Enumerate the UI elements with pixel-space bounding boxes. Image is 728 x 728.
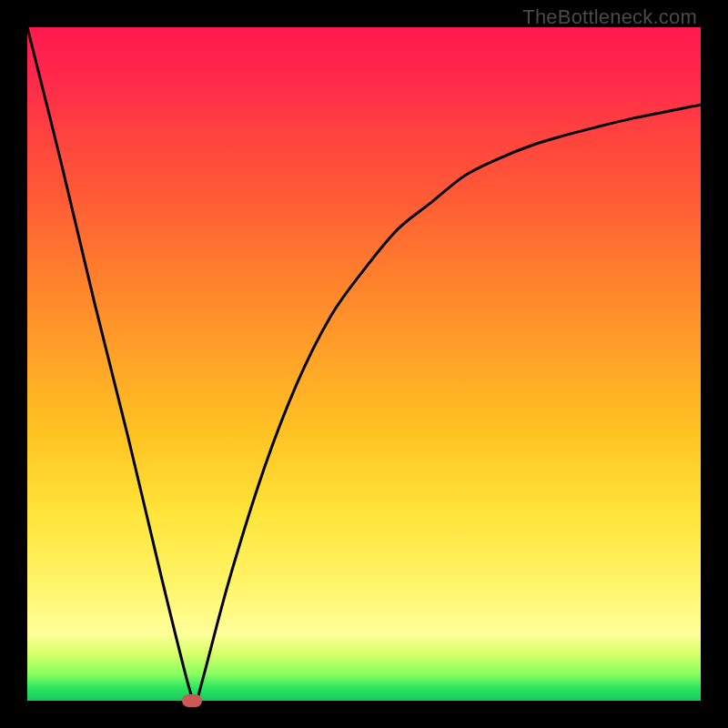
chart-frame: TheBottleneck.com [0, 0, 728, 728]
watermark-text: TheBottleneck.com [522, 5, 697, 29]
curve-path [27, 27, 701, 701]
plot-area [27, 27, 701, 701]
minimum-marker [182, 694, 202, 707]
curve-svg [27, 27, 701, 701]
